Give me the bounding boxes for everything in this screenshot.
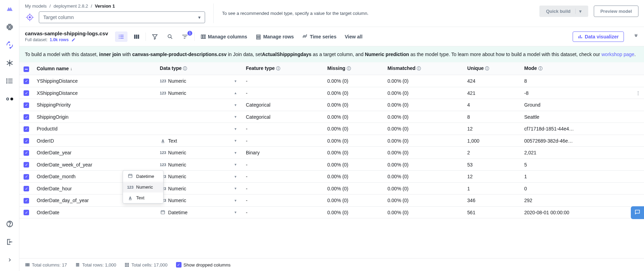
quick-build-button[interactable]: Quick build ▾ (539, 6, 588, 17)
row-checkbox[interactable]: ✓ (24, 138, 29, 144)
mismatched-cell: 0.00% (0) (384, 123, 464, 135)
info-icon[interactable]: ⓘ (183, 66, 187, 71)
list-icon[interactable] (6, 77, 14, 85)
dtype-cell[interactable]: AText▾ (160, 138, 239, 144)
chevron-icon[interactable]: ▾ (232, 127, 239, 131)
dtype-option[interactable]: Datetime (123, 171, 163, 182)
data-visualizer-button[interactable]: Data visualizer (573, 31, 624, 42)
table-wrap[interactable]: Column name↓ Data typeⓘ Feature typeⓘ Mi… (19, 62, 644, 258)
dtype-option[interactable]: 123Numeric (123, 182, 163, 192)
svg-line-44 (171, 37, 172, 38)
double-chevron-icon[interactable] (634, 34, 638, 39)
chip-icon[interactable] (6, 23, 14, 31)
target-column-select[interactable]: Target column ▾ (39, 11, 205, 23)
dtype-cell[interactable]: 123Numeric▴ (160, 90, 239, 96)
dtype-cell[interactable]: ▾ (160, 127, 239, 131)
snowflake-icon[interactable] (6, 59, 14, 67)
list-view-icon[interactable] (115, 31, 127, 42)
mode-cell: 5 (521, 159, 632, 171)
row-menu-icon[interactable] (632, 195, 644, 207)
total-cells: Total cells: 17,000 (131, 262, 167, 268)
chat-icon[interactable] (631, 206, 644, 219)
chevron-icon[interactable]: ▾ (232, 210, 239, 215)
info-icon[interactable]: ⓘ (538, 66, 542, 71)
row-checkbox[interactable]: ✓ (24, 186, 29, 191)
info-icon[interactable]: ⓘ (276, 66, 280, 71)
select-all-checkbox[interactable] (24, 66, 29, 72)
dtype-cell[interactable]: Datetime▾ (160, 210, 239, 215)
row-menu-icon[interactable] (632, 123, 644, 135)
sort-arrow-icon[interactable]: ↓ (70, 66, 72, 71)
row-menu-icon[interactable] (632, 171, 644, 183)
row-menu-icon[interactable] (632, 159, 644, 171)
svg-rect-36 (120, 35, 124, 35)
row-checkbox[interactable]: ✓ (24, 162, 29, 168)
chevron-icon[interactable]: ▾ (232, 103, 239, 107)
chevron-icon[interactable]: ▾ (232, 198, 239, 203)
dtype-cell[interactable]: 123Numeric▾ (160, 150, 239, 155)
breadcrumb-mid[interactable]: deployment 2.8.2 (53, 3, 88, 9)
row-checkbox[interactable]: ✓ (24, 198, 29, 204)
row-menu-icon[interactable] (632, 111, 644, 123)
chevron-icon[interactable]: ▾ (232, 138, 239, 143)
exit-icon[interactable] (6, 238, 14, 246)
row-checkbox[interactable]: ✓ (24, 79, 29, 84)
chevron-icon[interactable]: ▾ (232, 186, 239, 191)
pencil-icon[interactable] (71, 37, 76, 43)
chevron-icon[interactable]: ▾ (232, 151, 239, 155)
logo-icon[interactable] (6, 5, 14, 13)
row-checkbox[interactable]: ✓ (24, 114, 29, 120)
dtype-cell[interactable]: 123Numeric▾ (160, 198, 239, 203)
expand-icon[interactable] (6, 256, 14, 264)
dtype-cell[interactable]: 123Numeric▾ (160, 78, 239, 84)
manage-columns-button[interactable]: Manage columns (197, 32, 250, 42)
dtype-dropdown[interactable]: Datetime123NumericAText (123, 170, 164, 204)
sort-icon[interactable] (179, 31, 192, 42)
row-checkbox[interactable]: ✓ (24, 126, 29, 132)
sync-icon[interactable] (6, 41, 14, 49)
dtype-cell[interactable]: ▾ (160, 115, 239, 119)
search-icon[interactable] (164, 31, 176, 42)
view-all-button[interactable]: View all (342, 32, 365, 42)
chevron-icon[interactable]: ▾ (232, 79, 239, 83)
help-icon[interactable] (6, 220, 14, 228)
dtype-cell[interactable]: ▾ (160, 103, 239, 107)
row-menu-icon[interactable] (632, 147, 644, 159)
row-checkbox[interactable]: ✓ (24, 210, 29, 215)
info-icon[interactable]: ⓘ (417, 66, 421, 71)
row-checkbox[interactable]: ✓ (24, 150, 29, 156)
row-menu-icon[interactable] (632, 135, 644, 147)
workshop-link[interactable]: workshop page (601, 52, 634, 57)
missing-cell: 0.00% (0) (324, 195, 384, 207)
row-checkbox[interactable]: ✓ (24, 102, 29, 108)
chevron-icon[interactable]: ▾ (232, 115, 239, 119)
time-series-button[interactable]: Time series (299, 32, 339, 42)
dtype-option[interactable]: AText (123, 192, 163, 203)
column-name-cell: ShippingPriority (33, 99, 156, 111)
info-icon[interactable]: ⓘ (347, 66, 351, 71)
row-checkbox[interactable]: ✓ (24, 174, 29, 180)
chevron-down-icon[interactable]: ▾ (575, 9, 582, 14)
topbar: My models / deployment 2.8.2 / Version 1… (19, 0, 644, 27)
row-menu-icon[interactable]: ⋮ (632, 87, 644, 99)
row-checkbox[interactable]: ✓ (24, 90, 29, 96)
dtype-cell[interactable]: 123Numeric▾ (160, 162, 239, 168)
dtype-cell[interactable]: 123Numeric▾ (160, 186, 239, 191)
missing-cell: 0.00% (0) (324, 206, 384, 218)
toggle-icon[interactable] (6, 95, 14, 103)
row-menu-icon[interactable] (632, 75, 644, 87)
info-icon[interactable]: ⓘ (485, 66, 489, 71)
row-menu-icon[interactable] (632, 182, 644, 195)
preview-model-button[interactable]: Preview model (594, 6, 638, 17)
chevron-icon[interactable]: ▴ (232, 91, 239, 95)
column-view-icon[interactable] (130, 31, 143, 42)
manage-rows-button[interactable]: Manage rows (253, 32, 297, 42)
breadcrumb-root[interactable]: My models (25, 3, 47, 9)
dtype-cell[interactable]: 123Numeric▾ (160, 174, 239, 179)
row-count[interactable]: 1.0k rows (50, 37, 69, 42)
chevron-icon[interactable]: ▾ (232, 174, 239, 179)
filter-icon[interactable] (149, 31, 161, 42)
row-menu-icon[interactable] (632, 99, 644, 111)
chevron-icon[interactable]: ▾ (232, 162, 239, 167)
show-dropped-checkbox[interactable]: ✓ (176, 262, 182, 268)
